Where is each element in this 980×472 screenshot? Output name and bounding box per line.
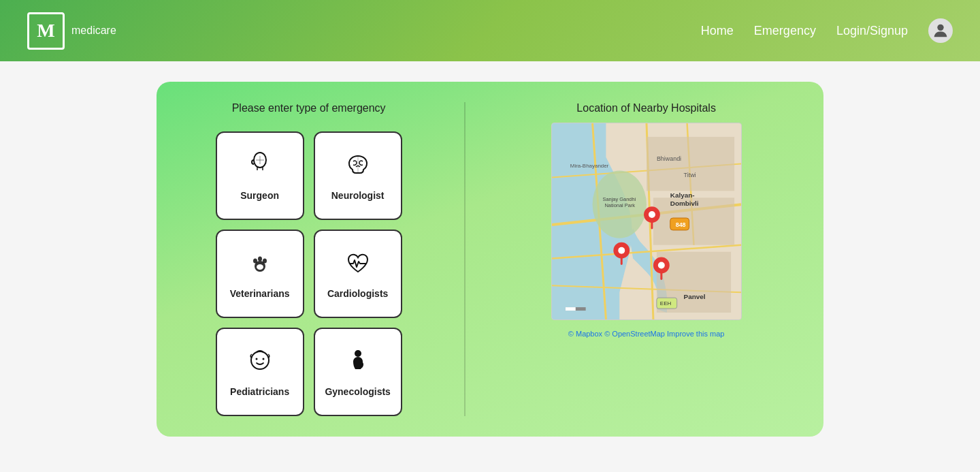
mapbox-link[interactable]: © Mapbox xyxy=(568,330,604,338)
svg-point-45 xyxy=(658,262,665,269)
user-avatar-icon[interactable] xyxy=(928,18,953,43)
svg-text:EEH: EEH xyxy=(659,300,671,306)
svg-text:Titwi: Titwi xyxy=(683,172,696,178)
nav-home[interactable]: Home xyxy=(701,24,734,38)
map-title: Location of Nearby Hospitals xyxy=(576,102,716,114)
logo-box: M xyxy=(27,12,65,50)
map-container[interactable]: Bhiwandi Titwi Mira-Bhayander Kalyan- Do… xyxy=(551,123,742,320)
neurologist-button[interactable]: Neurologist xyxy=(314,131,402,220)
veterinarians-icon xyxy=(245,249,275,283)
emergency-card: Please enter type of emergency xyxy=(157,82,823,437)
veterinarians-label: Veterinarians xyxy=(230,288,290,299)
pediatricians-button[interactable]: Pediatricians xyxy=(216,328,304,416)
prompt-text: Please enter type of emergency xyxy=(232,102,386,114)
osm-link[interactable]: © OpenStreetMap xyxy=(604,330,667,338)
surgeon-label: Surgeon xyxy=(240,190,279,201)
veterinarians-button[interactable]: Veterinarians xyxy=(216,230,304,318)
svg-text:Mira-Bhayander: Mira-Bhayander xyxy=(570,163,608,169)
logo-text: medicare xyxy=(71,25,116,37)
svg-text:848: 848 xyxy=(675,221,685,228)
cardiologists-label: Cardiologists xyxy=(327,288,388,299)
gynecologists-label: Gynecologists xyxy=(325,386,390,397)
svg-text:Sanjay Gandhi: Sanjay Gandhi xyxy=(602,196,636,202)
improve-link[interactable]: Improve this map xyxy=(667,330,724,338)
svg-point-43 xyxy=(618,247,625,254)
surgeon-button[interactable]: Surgeon xyxy=(216,131,304,220)
cardiologists-button[interactable]: Cardiologists xyxy=(314,230,402,318)
svg-text:Bhiwandi: Bhiwandi xyxy=(657,155,681,162)
svg-point-10 xyxy=(258,257,262,262)
nav-emergency[interactable]: Emergency xyxy=(754,24,816,38)
logo-container: M medicare xyxy=(27,12,116,50)
neurologist-icon xyxy=(343,151,373,185)
panel-divider xyxy=(464,102,466,416)
svg-point-0 xyxy=(937,25,943,31)
svg-text:Dombivli: Dombivli xyxy=(670,200,698,207)
svg-rect-47 xyxy=(565,307,575,311)
main-content: Please enter type of emergency xyxy=(0,61,980,457)
left-panel: Please enter type of emergency xyxy=(184,102,434,416)
right-panel: Location of Nearby Hospitals xyxy=(496,102,796,341)
svg-text:Panvel: Panvel xyxy=(683,293,705,300)
svg-point-14 xyxy=(262,358,264,360)
svg-point-13 xyxy=(255,358,257,360)
gynecologists-button[interactable]: Gynecologists xyxy=(314,328,402,416)
nav-login[interactable]: Login/Signup xyxy=(836,24,908,38)
svg-point-8 xyxy=(257,264,263,270)
pediatricians-label: Pediatricians xyxy=(230,386,289,397)
neurologist-label: Neurologist xyxy=(331,190,385,201)
cardiologists-icon xyxy=(343,249,373,283)
gynecologists-icon xyxy=(343,347,373,381)
svg-point-9 xyxy=(253,259,257,264)
logo-letter: M xyxy=(37,20,54,42)
header-nav: Home Emergency Login/Signup xyxy=(701,18,953,43)
map-attribution: © Mapbox © OpenStreetMap Improve this ma… xyxy=(568,328,725,341)
header: M medicare Home Emergency Login/Signup xyxy=(0,0,980,61)
surgeon-icon xyxy=(245,151,275,185)
svg-point-41 xyxy=(649,211,655,218)
pediatricians-icon xyxy=(245,347,275,381)
svg-point-15 xyxy=(355,350,361,357)
svg-text:Kalyan-: Kalyan- xyxy=(670,191,694,199)
svg-point-12 xyxy=(251,351,269,369)
specialty-grid: Surgeon N xyxy=(216,131,402,416)
svg-point-11 xyxy=(263,259,267,264)
svg-text:National Park: National Park xyxy=(604,202,635,208)
svg-rect-25 xyxy=(647,137,734,191)
